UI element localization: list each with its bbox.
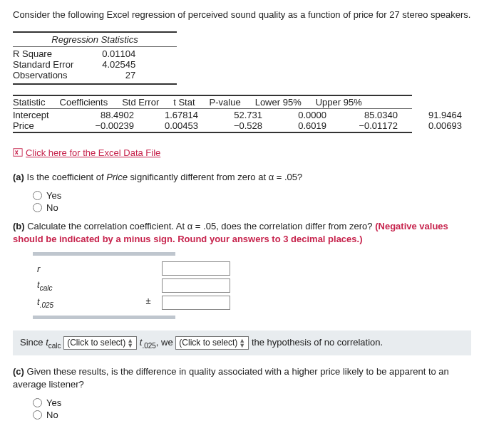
col-header: P-value <box>202 97 248 108</box>
table-header-row: Statistic Coefficients Std Error t Stat … <box>13 97 369 108</box>
option-label: No <box>46 410 58 420</box>
since-text: the hypothesis of no correlation. <box>252 337 383 348</box>
since-text: , we <box>156 337 175 348</box>
stat-label: Observations <box>13 70 81 80</box>
col-header: Std Error <box>115 97 166 108</box>
cell: 85.0340 <box>334 110 405 120</box>
stat-value: 0.01104 <box>81 48 143 59</box>
answer-divider <box>33 252 175 256</box>
cell: 0.0000 <box>269 110 334 120</box>
question-c: (c) Given these results, is the differen… <box>13 365 471 390</box>
ans-label-t025: t.025 <box>33 294 139 311</box>
since-sub2: .025 <box>142 342 155 350</box>
option-label: Yes <box>46 397 61 408</box>
q-label: (a) <box>13 172 24 182</box>
table-row: R Square0.01104 <box>13 48 143 59</box>
radio-yes[interactable] <box>33 398 42 407</box>
cell: −0.00239 <box>70 120 141 131</box>
plus-minus: ± <box>139 294 158 308</box>
table-row: Price −0.00239 0.00453 −0.528 0.6019 −0.… <box>13 120 469 131</box>
table-row: Observations27 <box>13 70 143 80</box>
tcalc-input[interactable] <box>162 278 230 293</box>
answer-divider <box>33 316 175 319</box>
table-row: r <box>33 260 235 277</box>
decision-select[interactable]: (Click to select)▲▼ <box>175 336 249 350</box>
col-header: Lower 95% <box>248 97 309 108</box>
q-text: Given these results, is the difference i… <box>13 366 449 390</box>
table-row: Intercept 88.4902 1.67814 52.731 0.0000 … <box>13 110 469 120</box>
cell: 88.4902 <box>70 110 141 120</box>
cell: 52.731 <box>205 110 269 120</box>
r-input[interactable] <box>162 261 230 276</box>
q-label: (b) <box>13 221 25 231</box>
stats-header: Regression Statistics <box>13 34 177 45</box>
excel-icon <box>13 147 23 157</box>
radio-no[interactable] <box>33 410 42 420</box>
q-text: Is the coefficient of <box>27 172 107 182</box>
col-header: t Stat <box>166 97 202 108</box>
divider <box>13 31 177 33</box>
q-text: significantly different from zero at α =… <box>128 172 302 182</box>
cell: −0.528 <box>205 120 269 131</box>
answer-table: r tcalc t.025 ± <box>33 260 235 311</box>
coefficients-table: Statistic Coefficients Std Error t Stat … <box>13 97 369 108</box>
stat-value: 27 <box>81 70 143 80</box>
col-header: Upper 95% <box>309 97 369 108</box>
cell: 0.00693 <box>405 120 469 131</box>
divider <box>13 132 412 133</box>
col-header: Statistic <box>13 97 53 108</box>
updown-icon: ▲▼ <box>127 338 133 348</box>
radio-no[interactable] <box>33 203 42 212</box>
stat-label: Standard Error <box>13 59 81 70</box>
table-row: tcalc <box>33 277 235 294</box>
cell: 0.6019 <box>269 120 334 131</box>
option-label: No <box>46 202 58 213</box>
t025-input[interactable] <box>162 296 230 310</box>
row-label: Price <box>13 120 70 131</box>
updown-icon: ▲▼ <box>239 338 245 348</box>
question-c-options: Yes No <box>33 397 471 420</box>
option-label: Yes <box>46 190 61 201</box>
question-a-options: Yes No <box>33 190 471 213</box>
stat-value: 4.02545 <box>81 59 143 70</box>
svg-rect-0 <box>14 149 22 157</box>
divider <box>13 108 412 109</box>
intro-text: Consider the following Excel regression … <box>13 9 471 21</box>
since-text: Since <box>20 337 46 348</box>
q-ital: Price <box>106 172 128 182</box>
q-text: Calculate the correlation coefficient. A… <box>27 221 375 231</box>
divider <box>13 46 177 47</box>
since-sub: calc <box>48 342 61 350</box>
q-label: (c) <box>13 366 24 377</box>
cell: 0.00453 <box>141 120 205 131</box>
divider <box>13 83 177 85</box>
ans-label-r: r <box>33 260 139 277</box>
cell: 1.67814 <box>141 110 205 120</box>
coefficients-body: Intercept 88.4902 1.67814 52.731 0.0000 … <box>13 110 469 131</box>
row-label: Intercept <box>13 110 70 120</box>
divider <box>13 95 412 96</box>
cell: 91.9464 <box>405 110 469 120</box>
col-header: Coefficients <box>53 97 115 108</box>
comparison-select[interactable]: (Click to select)▲▼ <box>63 336 137 350</box>
regression-stats-table: R Square0.01104 Standard Error4.02545 Ob… <box>13 48 143 80</box>
table-row: Standard Error4.02545 <box>13 59 143 70</box>
question-b: (b) Calculate the correlation coefficien… <box>13 220 471 245</box>
conclusion-box: Since tcalc (Click to select)▲▼ t.025, w… <box>13 330 471 355</box>
table-row: t.025 ± <box>33 294 235 311</box>
question-a: (a) Is the coefficient of Price signific… <box>13 171 471 184</box>
ans-label-tcalc: tcalc <box>33 277 139 294</box>
excel-data-link[interactable]: Click here for the Excel Data File <box>13 147 160 158</box>
cell: −0.01172 <box>334 120 405 131</box>
radio-yes[interactable] <box>33 191 42 200</box>
link-text: Click here for the Excel Data File <box>26 147 160 158</box>
stat-label: R Square <box>13 48 81 59</box>
